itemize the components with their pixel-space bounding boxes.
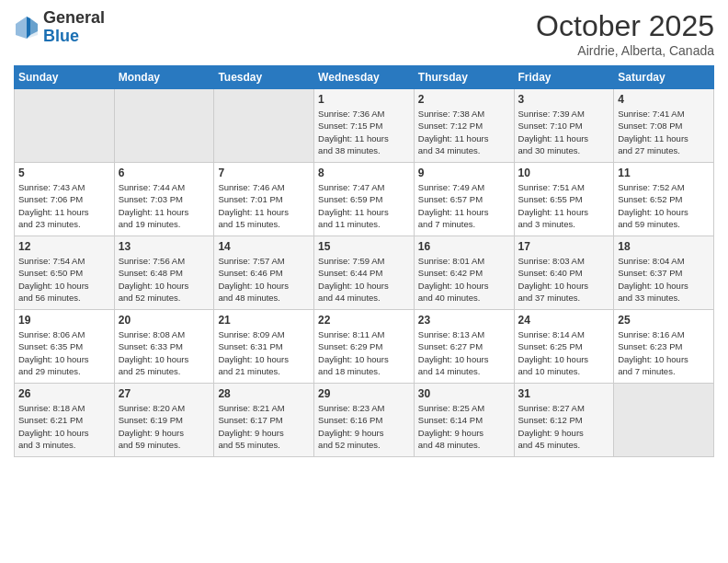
svg-marker-2 xyxy=(27,17,30,39)
day-number: 21 xyxy=(218,314,310,327)
calendar-cell: 8Sunrise: 7:47 AM Sunset: 6:59 PM Daylig… xyxy=(314,163,415,236)
calendar-cell xyxy=(114,89,214,163)
day-info: Sunrise: 7:57 AM Sunset: 6:46 PM Dayligh… xyxy=(218,255,310,304)
calendar-cell: 2Sunrise: 7:38 AM Sunset: 7:12 PM Daylig… xyxy=(414,89,514,163)
day-number: 18 xyxy=(618,240,710,253)
day-info: Sunrise: 7:52 AM Sunset: 6:52 PM Dayligh… xyxy=(618,181,710,230)
day-info: Sunrise: 8:04 AM Sunset: 6:37 PM Dayligh… xyxy=(618,255,710,304)
week-row-1: 1Sunrise: 7:36 AM Sunset: 7:15 PM Daylig… xyxy=(15,89,714,163)
week-row-4: 19Sunrise: 8:06 AM Sunset: 6:35 PM Dayli… xyxy=(15,310,714,384)
logo-text: General Blue xyxy=(43,9,105,46)
day-number: 22 xyxy=(318,314,410,327)
weekday-header-friday: Friday xyxy=(514,66,614,89)
calendar-cell: 30Sunrise: 8:25 AM Sunset: 6:14 PM Dayli… xyxy=(414,384,514,457)
calendar-cell: 24Sunrise: 8:14 AM Sunset: 6:25 PM Dayli… xyxy=(514,310,614,384)
day-number: 14 xyxy=(218,240,310,253)
calendar-cell: 20Sunrise: 8:08 AM Sunset: 6:33 PM Dayli… xyxy=(114,310,214,384)
calendar-cell: 3Sunrise: 7:39 AM Sunset: 7:10 PM Daylig… xyxy=(514,89,614,163)
day-info: Sunrise: 7:59 AM Sunset: 6:44 PM Dayligh… xyxy=(318,255,410,304)
calendar-cell: 11Sunrise: 7:52 AM Sunset: 6:52 PM Dayli… xyxy=(614,163,714,236)
calendar-cell: 17Sunrise: 8:03 AM Sunset: 6:40 PM Dayli… xyxy=(514,236,614,310)
day-info: Sunrise: 7:56 AM Sunset: 6:48 PM Dayligh… xyxy=(119,255,210,304)
logo-blue: Blue xyxy=(43,27,79,45)
day-info: Sunrise: 7:46 AM Sunset: 7:01 PM Dayligh… xyxy=(218,181,310,230)
day-info: Sunrise: 7:49 AM Sunset: 6:57 PM Dayligh… xyxy=(418,181,510,230)
week-row-5: 26Sunrise: 8:18 AM Sunset: 6:21 PM Dayli… xyxy=(15,384,714,457)
calendar-cell: 22Sunrise: 8:11 AM Sunset: 6:29 PM Dayli… xyxy=(314,310,415,384)
day-number: 23 xyxy=(418,314,510,327)
day-number: 12 xyxy=(18,240,110,253)
day-info: Sunrise: 7:41 AM Sunset: 7:08 PM Dayligh… xyxy=(618,108,710,156)
day-number: 28 xyxy=(218,387,310,400)
calendar-cell: 7Sunrise: 7:46 AM Sunset: 7:01 PM Daylig… xyxy=(214,163,314,236)
calendar-cell: 18Sunrise: 8:04 AM Sunset: 6:37 PM Dayli… xyxy=(614,236,714,310)
logo-icon xyxy=(14,15,40,40)
day-info: Sunrise: 8:16 AM Sunset: 6:23 PM Dayligh… xyxy=(618,328,710,377)
calendar-cell: 28Sunrise: 8:21 AM Sunset: 6:17 PM Dayli… xyxy=(214,384,314,457)
weekday-header-monday: Monday xyxy=(114,66,214,89)
day-number: 15 xyxy=(318,240,410,253)
calendar-cell: 12Sunrise: 7:54 AM Sunset: 6:50 PM Dayli… xyxy=(15,236,115,310)
day-info: Sunrise: 8:11 AM Sunset: 6:29 PM Dayligh… xyxy=(318,328,410,377)
day-number: 20 xyxy=(119,314,210,327)
day-number: 7 xyxy=(218,167,310,179)
day-info: Sunrise: 8:23 AM Sunset: 6:16 PM Dayligh… xyxy=(318,402,410,451)
calendar-cell: 27Sunrise: 8:20 AM Sunset: 6:19 PM Dayli… xyxy=(114,384,214,457)
calendar-cell: 6Sunrise: 7:44 AM Sunset: 7:03 PM Daylig… xyxy=(114,163,214,236)
day-info: Sunrise: 8:27 AM Sunset: 6:12 PM Dayligh… xyxy=(518,402,610,451)
calendar-cell: 29Sunrise: 8:23 AM Sunset: 6:16 PM Dayli… xyxy=(314,384,415,457)
calendar-cell: 5Sunrise: 7:43 AM Sunset: 7:06 PM Daylig… xyxy=(15,163,115,236)
weekday-header-tuesday: Tuesday xyxy=(214,66,314,89)
day-info: Sunrise: 7:47 AM Sunset: 6:59 PM Dayligh… xyxy=(318,181,410,230)
calendar-cell: 13Sunrise: 7:56 AM Sunset: 6:48 PM Dayli… xyxy=(114,236,214,310)
day-info: Sunrise: 7:38 AM Sunset: 7:12 PM Dayligh… xyxy=(418,108,510,156)
calendar-cell: 9Sunrise: 7:49 AM Sunset: 6:57 PM Daylig… xyxy=(414,163,514,236)
day-info: Sunrise: 8:01 AM Sunset: 6:42 PM Dayligh… xyxy=(418,255,510,304)
day-number: 11 xyxy=(618,167,710,179)
month-title: October 2025 xyxy=(536,9,714,43)
day-info: Sunrise: 8:13 AM Sunset: 6:27 PM Dayligh… xyxy=(418,328,510,377)
day-info: Sunrise: 8:14 AM Sunset: 6:25 PM Dayligh… xyxy=(518,328,610,377)
day-info: Sunrise: 7:43 AM Sunset: 7:06 PM Dayligh… xyxy=(18,181,110,230)
day-info: Sunrise: 8:20 AM Sunset: 6:19 PM Dayligh… xyxy=(119,402,210,451)
calendar-cell: 21Sunrise: 8:09 AM Sunset: 6:31 PM Dayli… xyxy=(214,310,314,384)
day-number: 9 xyxy=(418,167,510,179)
day-number: 27 xyxy=(119,387,210,400)
logo: General Blue xyxy=(14,9,105,46)
logo-general: General xyxy=(43,8,105,27)
day-info: Sunrise: 8:18 AM Sunset: 6:21 PM Dayligh… xyxy=(18,402,110,451)
svg-marker-3 xyxy=(16,17,27,39)
day-info: Sunrise: 7:51 AM Sunset: 6:55 PM Dayligh… xyxy=(518,181,610,230)
day-number: 1 xyxy=(318,93,410,106)
calendar-cell: 4Sunrise: 7:41 AM Sunset: 7:08 PM Daylig… xyxy=(614,89,714,163)
day-number: 13 xyxy=(119,240,210,253)
weekday-header-wednesday: Wednesday xyxy=(314,66,415,89)
day-number: 19 xyxy=(18,314,110,327)
calendar-cell: 31Sunrise: 8:27 AM Sunset: 6:12 PM Dayli… xyxy=(514,384,614,457)
day-number: 17 xyxy=(518,240,610,253)
day-number: 16 xyxy=(418,240,510,253)
calendar-cell: 1Sunrise: 7:36 AM Sunset: 7:15 PM Daylig… xyxy=(314,89,415,163)
day-info: Sunrise: 8:08 AM Sunset: 6:33 PM Dayligh… xyxy=(119,328,210,377)
calendar-cell xyxy=(214,89,314,163)
day-number: 25 xyxy=(618,314,710,327)
calendar-cell: 19Sunrise: 8:06 AM Sunset: 6:35 PM Dayli… xyxy=(15,310,115,384)
day-number: 30 xyxy=(418,387,510,400)
day-number: 24 xyxy=(518,314,610,327)
weekday-header-sunday: Sunday xyxy=(15,66,115,89)
calendar-cell: 15Sunrise: 7:59 AM Sunset: 6:44 PM Dayli… xyxy=(314,236,415,310)
calendar-cell: 23Sunrise: 8:13 AM Sunset: 6:27 PM Dayli… xyxy=(414,310,514,384)
day-number: 2 xyxy=(418,93,510,106)
calendar-table: SundayMondayTuesdayWednesdayThursdayFrid… xyxy=(14,65,714,457)
day-info: Sunrise: 7:36 AM Sunset: 7:15 PM Dayligh… xyxy=(318,108,410,156)
day-number: 4 xyxy=(618,93,710,106)
weekday-header-saturday: Saturday xyxy=(614,66,714,89)
day-info: Sunrise: 7:54 AM Sunset: 6:50 PM Dayligh… xyxy=(18,255,110,304)
day-info: Sunrise: 8:09 AM Sunset: 6:31 PM Dayligh… xyxy=(218,328,310,377)
day-number: 29 xyxy=(318,387,410,400)
day-info: Sunrise: 7:44 AM Sunset: 7:03 PM Dayligh… xyxy=(119,181,210,230)
calendar-cell xyxy=(614,384,714,457)
calendar-cell: 14Sunrise: 7:57 AM Sunset: 6:46 PM Dayli… xyxy=(214,236,314,310)
day-number: 8 xyxy=(318,167,410,179)
week-row-2: 5Sunrise: 7:43 AM Sunset: 7:06 PM Daylig… xyxy=(15,163,714,236)
